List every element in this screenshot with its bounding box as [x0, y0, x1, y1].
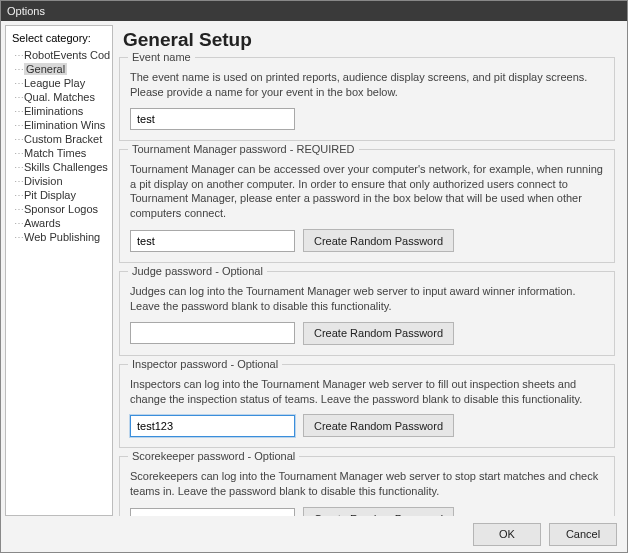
tm-password-input[interactable] — [130, 230, 295, 252]
tree-branch-icon: ⋯ — [14, 106, 24, 117]
tree-branch-icon: ⋯ — [14, 50, 24, 61]
ok-button[interactable]: OK — [473, 523, 541, 546]
group-event-name: Event name The event name is used on pri… — [119, 57, 615, 141]
page-title: General Setup — [123, 29, 615, 51]
tree-branch-icon: ⋯ — [14, 78, 24, 89]
group-scorekeeper-password: Scorekeeper password - Optional Scorekee… — [119, 456, 615, 516]
category-item-label: Eliminations — [24, 105, 83, 117]
category-item[interactable]: ⋯League Play — [8, 76, 110, 90]
main-panel: General Setup Event name The event name … — [117, 25, 623, 516]
category-item-label: RobotEvents Code — [24, 49, 110, 61]
tree-branch-icon: ⋯ — [14, 92, 24, 103]
category-item[interactable]: ⋯Skills Challenges — [8, 160, 110, 174]
group-judge-password-title: Judge password - Optional — [128, 265, 267, 277]
tree-branch-icon: ⋯ — [14, 148, 24, 159]
window-title: Options — [7, 5, 45, 17]
category-item-label: Match Times — [24, 147, 86, 159]
group-judge-password: Judge password - Optional Judges can log… — [119, 271, 615, 356]
group-event-name-title: Event name — [128, 51, 195, 63]
inspector-password-random-button[interactable]: Create Random Password — [303, 414, 454, 437]
window-titlebar: Options — [1, 1, 627, 21]
category-item[interactable]: ⋯Web Publishing — [8, 230, 110, 244]
tree-branch-icon: ⋯ — [14, 120, 24, 131]
category-item[interactable]: ⋯Sponsor Logos — [8, 202, 110, 216]
window-body: Select category: ⋯RobotEvents Code⋯Gener… — [1, 21, 627, 516]
category-item[interactable]: ⋯Eliminations — [8, 104, 110, 118]
group-inspector-password-title: Inspector password - Optional — [128, 358, 282, 370]
category-item[interactable]: ⋯Division — [8, 174, 110, 188]
scorekeeper-password-input[interactable] — [130, 508, 295, 516]
category-item-label: Division — [24, 175, 63, 187]
sidebar-title: Select category: — [8, 30, 110, 48]
category-item[interactable]: ⋯RobotEvents Code — [8, 48, 110, 62]
group-inspector-password-desc: Inspectors can log into the Tournament M… — [130, 377, 604, 407]
category-item-label: Awards — [24, 217, 60, 229]
tree-branch-icon: ⋯ — [14, 162, 24, 173]
dialog-footer: OK Cancel — [1, 516, 627, 552]
tree-branch-icon: ⋯ — [14, 190, 24, 201]
category-item-label: Elimination Wins — [24, 119, 105, 131]
category-item-label: Sponsor Logos — [24, 203, 98, 215]
category-item[interactable]: ⋯Qual. Matches — [8, 90, 110, 104]
category-item[interactable]: ⋯Custom Bracket — [8, 132, 110, 146]
category-item-label: General — [24, 63, 67, 75]
group-scorekeeper-password-desc: Scorekeepers can log into the Tournament… — [130, 469, 604, 499]
category-tree: ⋯RobotEvents Code⋯General⋯League Play⋯Qu… — [8, 48, 110, 511]
category-item-label: Web Publishing — [24, 231, 100, 243]
scorekeeper-password-random-button[interactable]: Create Random Password — [303, 507, 454, 516]
category-sidebar: Select category: ⋯RobotEvents Code⋯Gener… — [5, 25, 113, 516]
group-event-name-desc: The event name is used on printed report… — [130, 70, 604, 100]
event-name-input[interactable] — [130, 108, 295, 130]
group-scorekeeper-password-title: Scorekeeper password - Optional — [128, 450, 299, 462]
tree-branch-icon: ⋯ — [14, 218, 24, 229]
category-item[interactable]: ⋯Match Times — [8, 146, 110, 160]
tree-branch-icon: ⋯ — [14, 134, 24, 145]
group-tm-password: Tournament Manager password - REQUIRED T… — [119, 149, 615, 263]
tm-password-random-button[interactable]: Create Random Password — [303, 229, 454, 252]
category-item-label: Qual. Matches — [24, 91, 95, 103]
judge-password-input[interactable] — [130, 322, 295, 344]
group-tm-password-title: Tournament Manager password - REQUIRED — [128, 143, 359, 155]
category-item[interactable]: ⋯Elimination Wins — [8, 118, 110, 132]
category-item[interactable]: ⋯Awards — [8, 216, 110, 230]
tree-branch-icon: ⋯ — [14, 232, 24, 243]
inspector-password-input[interactable] — [130, 415, 295, 437]
category-item[interactable]: ⋯Pit Display — [8, 188, 110, 202]
tree-branch-icon: ⋯ — [14, 176, 24, 187]
category-item[interactable]: ⋯General — [8, 62, 110, 76]
tree-branch-icon: ⋯ — [14, 204, 24, 215]
group-judge-password-desc: Judges can log into the Tournament Manag… — [130, 284, 604, 314]
category-item-label: Skills Challenges — [24, 161, 108, 173]
group-inspector-password: Inspector password - Optional Inspectors… — [119, 364, 615, 449]
judge-password-random-button[interactable]: Create Random Password — [303, 322, 454, 345]
category-item-label: Custom Bracket — [24, 133, 102, 145]
group-tm-password-desc: Tournament Manager can be accessed over … — [130, 162, 604, 221]
category-item-label: League Play — [24, 77, 85, 89]
options-window: Options Select category: ⋯RobotEvents Co… — [0, 0, 628, 553]
cancel-button[interactable]: Cancel — [549, 523, 617, 546]
category-item-label: Pit Display — [24, 189, 76, 201]
tree-branch-icon: ⋯ — [14, 64, 24, 75]
